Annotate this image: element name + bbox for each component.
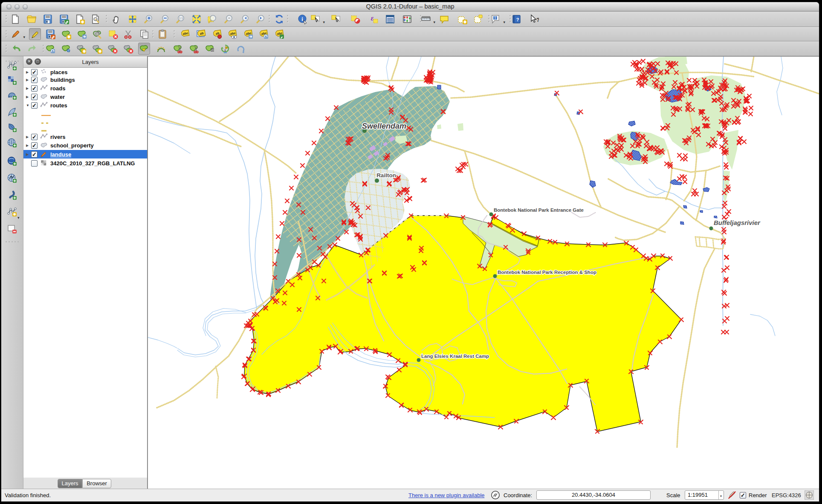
svg-text:Bontebok National Park Recepti: Bontebok National Park Reception & Shop bbox=[498, 270, 596, 275]
svg-text:Railton: Railton bbox=[376, 172, 396, 179]
svg-text:?: ? bbox=[516, 17, 519, 22]
svg-text:abc: abc bbox=[230, 31, 236, 35]
svg-text:1:1: 1:1 bbox=[179, 17, 183, 20]
svg-text:Buffeljagsrivier: Buffeljagsrivier bbox=[714, 219, 761, 226]
svg-text:Swellendam: Swellendam bbox=[362, 122, 406, 130]
svg-text:Bontebok National Park Entranc: Bontebok National Park Entrance Gate bbox=[494, 207, 584, 213]
svg-text:Lang Elsies Kraal Rest Camp: Lang Elsies Kraal Rest Camp bbox=[421, 354, 489, 359]
svg-text:i: i bbox=[301, 15, 303, 22]
svg-text:T: T bbox=[494, 16, 496, 20]
svg-text:abc: abc bbox=[182, 31, 188, 35]
svg-text:ab: ab bbox=[200, 31, 204, 35]
svg-text:?: ? bbox=[536, 17, 539, 23]
svg-text:ε: ε bbox=[371, 14, 374, 22]
